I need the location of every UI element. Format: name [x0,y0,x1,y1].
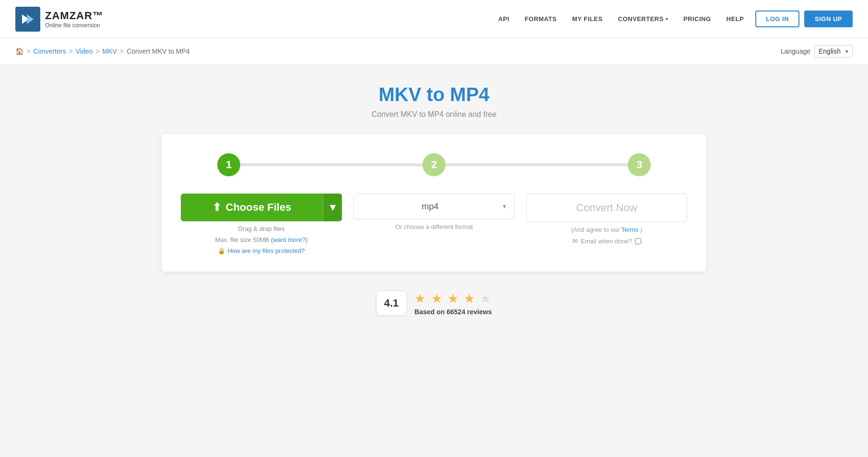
max-size-value: Max. file size 50MB [215,236,270,243]
page-title: MKV to MP4 [162,84,706,105]
logo-icon [15,7,40,32]
max-size-text: Max. file size 50MB (want more?) [215,236,308,243]
logo-link[interactable]: ZAMZAR™ Online file conversion [15,7,104,32]
nav-help[interactable]: HELP [727,15,744,23]
converters-chevron-icon: ▾ [666,16,668,22]
language-select[interactable]: English [814,45,853,57]
breadcrumb-sep-3: > [95,47,99,55]
star-2: ★ [431,291,443,306]
star-1: ★ [414,291,426,306]
format-select[interactable]: mp4 avi mkv mov wmv flv webm mpeg [354,194,514,219]
email-done-checkbox[interactable] [635,238,641,244]
breadcrumb-sep-4: > [120,47,124,55]
breadcrumb-mkv[interactable]: MKV [103,47,117,55]
step-2-label: 2 [431,159,437,171]
email-done-label: Email when done? [581,238,632,245]
main-content: MKV to MP4 Convert MKV to MP4 online and… [146,65,722,335]
step-1-label: 1 [226,159,232,171]
breadcrumb: 🏠 > Converters > Video > MKV > Convert M… [15,47,190,55]
converter-card: 1 2 3 ⬆ Choose Files ▾ [162,134,706,272]
nav-api[interactable]: API [498,15,509,23]
star-5: ★ [480,291,492,306]
reviews-text: Based on 66524 reviews [414,308,492,316]
logo-tagline: Online file conversion [45,22,104,29]
choose-files-main: ⬆ Choose Files [181,194,323,221]
nav-pricing[interactable]: PRICING [683,15,711,23]
page-title-area: MKV to MP4 Convert MKV to MP4 online and… [162,84,706,119]
language-wrapper[interactable]: English [814,45,853,57]
want-more-link[interactable]: (want more?) [271,236,308,243]
breadcrumb-bar: 🏠 > Converters > Video > MKV > Convert M… [0,38,868,65]
protected-link[interactable]: 🔒 How are my files protected? [218,247,305,254]
step-2-circle: 2 [422,153,446,176]
protected-text: How are my files protected? [227,247,305,254]
star-4: ★ [464,291,476,306]
convert-now-button[interactable]: Convert Now [526,194,687,222]
terms-text: (And agree to our Terms ) [571,226,642,233]
logo-text: ZAMZAR™ Online file conversion [45,10,104,29]
star-3: ★ [447,291,459,306]
logo-brand-name: ZAMZAR™ [45,10,104,22]
email-icon: ✉ [572,237,578,245]
terms-link[interactable]: Terms [622,226,638,233]
rating-badge: 4.1 [376,291,407,316]
rating-info: ★ ★ ★ ★ ★ Based on 66524 reviews [414,291,492,316]
breadcrumb-video[interactable]: Video [76,47,93,55]
terms-prefix: (And agree to our [571,226,620,233]
signup-button[interactable]: SIGN UP [804,11,853,27]
rating-area: 4.1 ★ ★ ★ ★ ★ Based on 66524 reviews [162,291,706,316]
controls-row: ⬆ Choose Files ▾ Drag & drop files Max. … [181,194,687,254]
email-done-row: ✉ Email when done? [572,237,641,245]
step-line-1 [240,163,422,166]
breadcrumb-sep-2: > [69,47,73,55]
stars-row: ★ ★ ★ ★ ★ [414,291,492,306]
language-selector-area: Language English [781,45,853,57]
choose-files-dropdown-arrow[interactable]: ▾ [323,194,342,221]
breadcrumb-current: Convert MKV to MP4 [127,47,190,55]
svg-marker-1 [27,14,34,24]
login-button[interactable]: LOG IN [755,11,799,27]
upload-icon: ⬆ [212,201,221,214]
choose-files-button[interactable]: ⬆ Choose Files ▾ [181,194,342,221]
breadcrumb-converters[interactable]: Converters [33,47,66,55]
rating-score: 4.1 [384,297,399,309]
nav-my-files[interactable]: MY FILES [572,15,603,23]
steps-row: 1 2 3 [181,153,687,176]
breadcrumb-sep-1: > [26,47,30,55]
nav-formats[interactable]: FORMATS [525,15,557,23]
breadcrumb-home-icon[interactable]: 🏠 [15,47,23,55]
choose-files-label: Choose Files [226,201,292,214]
choose-files-column: ⬆ Choose Files ▾ Drag & drop files Max. … [181,194,342,254]
page-subtitle: Convert MKV to MP4 online and free [162,110,706,119]
nav-converters[interactable]: CONVERTERS ▾ [618,15,668,23]
step-1-circle: 1 [217,153,240,176]
terms-suffix: ) [640,226,642,233]
site-header: ZAMZAR™ Online file conversion API FORMA… [0,0,868,38]
format-column: mp4 avi mkv mov wmv flv webm mpeg Or cho… [353,194,515,230]
format-select-wrapper[interactable]: mp4 avi mkv mov wmv flv webm mpeg [353,194,515,219]
step-line-2 [446,163,628,166]
lock-icon: 🔒 [218,247,225,254]
step-3-circle: 3 [628,153,651,176]
convert-column: Convert Now (And agree to our Terms ) ✉ … [526,194,687,245]
nav-converters-link[interactable]: CONVERTERS [618,15,664,23]
different-format-text: Or choose a different format [395,223,473,230]
step-3-label: 3 [636,159,642,171]
drag-drop-text: Drag & drop files [238,225,285,232]
language-label: Language [781,47,810,55]
main-nav: API FORMATS MY FILES CONVERTERS ▾ PRICIN… [498,15,744,23]
